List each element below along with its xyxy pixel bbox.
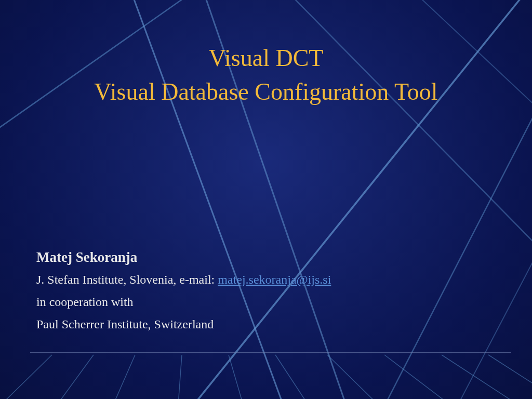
title-sub: Visual Database Configuration Tool [0,78,532,105]
author-block: Matej Sekoranja J. Stefan Institute, Slo… [36,249,331,340]
affiliation-text: J. Stefan Institute, Slovenia, e-mail: [36,273,218,286]
cooperation-label: in cooperation with [36,295,331,309]
slide-content: Visual DCT Visual Database Configuration… [0,0,532,399]
cooperation-org: Paul Scherrer Institute, Switzerland [36,317,331,331]
author-name: Matej Sekoranja [36,249,331,265]
title-main: Visual DCT [0,44,532,72]
author-affiliation: J. Stefan Institute, Slovenia, e-mail: m… [36,273,331,287]
title-block: Visual DCT Visual Database Configuration… [0,0,532,105]
footer-divider [30,352,511,353]
author-email-link[interactable]: matej.sekoranja@ijs.si [218,273,331,286]
